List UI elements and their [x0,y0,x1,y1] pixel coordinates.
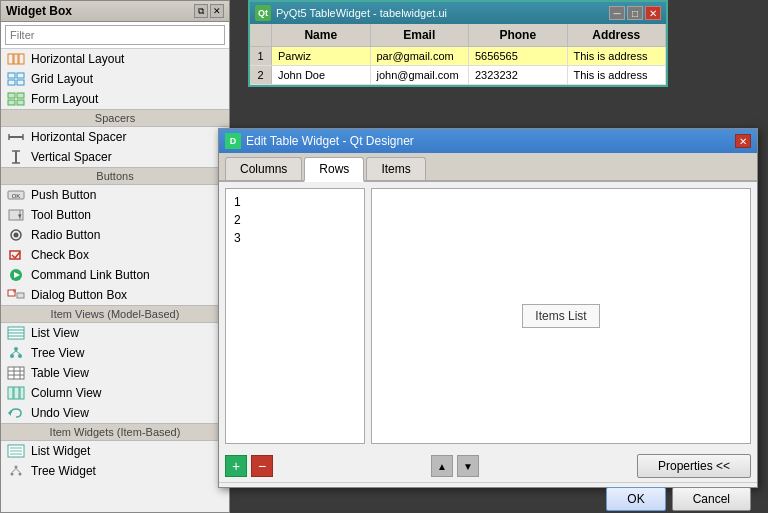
cell-2-address[interactable]: This is address [568,66,667,84]
widget-item-command-link-button[interactable]: Command Link Button [1,265,229,285]
push-button-icon: OK [7,187,25,203]
push-button-label: Push Button [31,188,96,202]
remove-row-button[interactable]: − [251,455,273,477]
row-item-2[interactable]: 2 [230,211,360,229]
widget-item-tool-button[interactable]: ▾ Tool Button [1,205,229,225]
buttons-header: Buttons [1,167,229,185]
svg-rect-5 [8,80,15,85]
tab-items[interactable]: Items [366,157,425,180]
filter-bar [1,22,229,49]
widget-item-horizontal-layout[interactable]: Horizontal Layout [1,49,229,69]
svg-rect-31 [17,293,24,298]
row-num-2: 2 [250,66,272,84]
widget-item-check-box[interactable]: Check Box [1,245,229,265]
table-header-row: Name Email Phone Address [250,24,666,47]
col-name: Name [272,24,371,46]
vertical-spacer-icon [7,149,25,165]
table-window-controls: ─ □ ✕ [609,6,661,20]
widget-list: Horizontal Layout Grid Layout Form Layou… [1,49,229,502]
svg-rect-10 [17,100,24,105]
svg-rect-7 [8,93,15,98]
items-right-panel: Items List [371,188,751,444]
svg-rect-6 [17,80,24,85]
cancel-button[interactable]: Cancel [672,487,751,511]
horizontal-spacer-icon [7,129,25,145]
widget-box: Widget Box ⧉ ✕ Horizontal Layout Grid La… [0,0,230,513]
widget-item-grid-layout[interactable]: Grid Layout [1,69,229,89]
radio-button-icon [7,227,25,243]
form-layout-icon [7,91,25,107]
ok-button[interactable]: OK [606,487,665,511]
item-views-header: Item Views (Model-Based) [1,305,229,323]
table-close-button[interactable]: ✕ [645,6,661,20]
widget-item-list-widget[interactable]: List Widget [1,441,229,461]
dialog-button-box-label: Dialog Button Box [31,288,127,302]
svg-rect-9 [8,100,15,105]
edit-dialog-title: Edit Table Widget - Qt Designer [246,134,414,148]
table-row-1[interactable]: 1 Parwiz par@gmail.com 5656565 This is a… [250,47,666,66]
list-view-icon [7,325,25,341]
edit-table-dialog: D Edit Table Widget - Qt Designer ✕ Colu… [218,128,758,488]
table-minimize-button[interactable]: ─ [609,6,625,20]
command-link-button-icon [7,267,25,283]
svg-rect-48 [20,387,24,399]
widget-item-dialog-button-box[interactable]: ✕ Dialog Button Box [1,285,229,305]
edit-dialog-left: D Edit Table Widget - Qt Designer [225,133,414,149]
svg-point-36 [14,347,18,351]
col-phone: Phone [469,24,568,46]
check-box-label: Check Box [31,248,89,262]
svg-rect-2 [19,54,24,64]
widget-box-controls: ⧉ ✕ [194,4,224,18]
list-widget-label: List Widget [31,444,90,458]
widget-box-float-icon[interactable]: ⧉ [194,4,208,18]
widget-item-form-layout[interactable]: Form Layout [1,89,229,109]
table-maximize-button[interactable]: □ [627,6,643,20]
svg-rect-41 [8,367,24,379]
add-row-button[interactable]: + [225,455,247,477]
cell-1-email[interactable]: par@gmail.com [371,47,470,65]
list-widget-icon [7,443,25,459]
svg-rect-47 [14,387,19,399]
widget-item-push-button[interactable]: OK Push Button [1,185,229,205]
table-view-icon [7,365,25,381]
horizontal-layout-label: Horizontal Layout [31,52,124,66]
dialog-button-box-icon: ✕ [7,287,25,303]
cell-1-address[interactable]: This is address [568,47,667,65]
qt-designer-logo: D [225,133,241,149]
properties-button[interactable]: Properties << [637,454,751,478]
tab-columns[interactable]: Columns [225,157,302,180]
widget-item-radio-button[interactable]: Radio Button [1,225,229,245]
widget-item-undo-view[interactable]: Undo View [1,403,229,423]
widget-item-horizontal-spacer[interactable]: Horizontal Spacer [1,127,229,147]
cell-2-email[interactable]: john@gmail.com [371,66,470,84]
tabs-bar: Columns Rows Items [219,153,757,182]
horizontal-layout-icon [7,51,25,67]
filter-input[interactable] [5,25,225,45]
widget-box-close-icon[interactable]: ✕ [210,4,224,18]
row-item-1[interactable]: 1 [230,193,360,211]
widget-item-vertical-spacer[interactable]: Vertical Spacer [1,147,229,167]
tree-widget-icon [7,463,25,479]
form-layout-label: Form Layout [31,92,98,106]
svg-rect-1 [14,54,18,64]
svg-text:✕: ✕ [12,288,17,294]
undo-view-label: Undo View [31,406,89,420]
move-down-button[interactable]: ▼ [457,455,479,477]
dialog-body: 1 2 3 Items List [219,182,757,450]
edit-dialog-close-button[interactable]: ✕ [735,134,751,148]
tab-rows[interactable]: Rows [304,157,364,182]
cell-1-name[interactable]: Parwiz [272,47,371,65]
widget-item-tree-widget[interactable]: Tree Widget [1,461,229,481]
cell-1-phone[interactable]: 5656565 [469,47,568,65]
widget-item-tree-view[interactable]: Tree View [1,343,229,363]
svg-marker-49 [8,410,11,416]
widget-item-column-view[interactable]: Column View [1,383,229,403]
widget-item-table-view[interactable]: Table View [1,363,229,383]
widget-item-list-view[interactable]: List View [1,323,229,343]
table-row-2[interactable]: 2 John Doe john@gmail.com 2323232 This i… [250,66,666,85]
widget-box-titlebar: Widget Box ⧉ ✕ [1,1,229,22]
row-item-3[interactable]: 3 [230,229,360,247]
move-up-button[interactable]: ▲ [431,455,453,477]
cell-2-phone[interactable]: 2323232 [469,66,568,84]
cell-2-name[interactable]: John Doe [272,66,371,84]
